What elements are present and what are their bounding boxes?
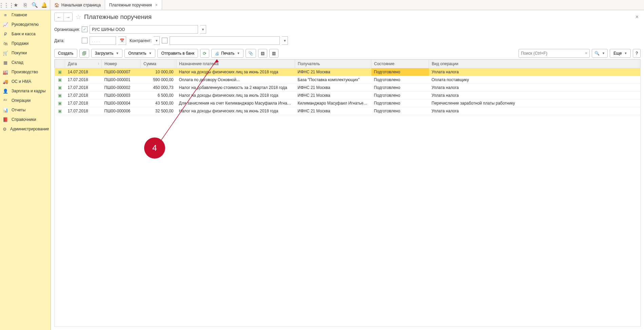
apps-icon[interactable]: ⋮⋮⋮ — [1, 0, 11, 10]
date-checkbox[interactable] — [82, 38, 87, 43]
sidebar-item-10[interactable]: 📊Отчеты — [0, 105, 51, 115]
load-button[interactable]: Загрузить▼ — [91, 49, 123, 58]
link-icon[interactable]: ⎘ — [20, 0, 30, 10]
nav-icon: ≡ — [3, 13, 8, 18]
table-row[interactable]: ▣17.07.2018ПШ00-00000443 500,00Для зачис… — [55, 99, 640, 107]
col-recipient[interactable]: Получатель — [295, 60, 371, 68]
document-icon: ▣ — [58, 93, 62, 98]
cell-state: Подготовлено — [371, 92, 429, 99]
sidebar-item-11[interactable]: 📕Справочники — [0, 115, 51, 124]
contr-field[interactable] — [170, 36, 280, 45]
search-menu-button[interactable]: 🔍▼ — [592, 49, 608, 58]
close-icon[interactable]: × — [155, 3, 158, 7]
related-icon: ▤ — [261, 51, 265, 56]
list-button[interactable]: ▥ — [269, 49, 278, 58]
page-title: Платежные поручения — [84, 13, 152, 21]
org-dropdown[interactable]: ▼ — [200, 25, 206, 34]
tab-home-label: Начальная страница — [61, 3, 101, 7]
bell-icon[interactable]: 🔔 — [39, 0, 49, 10]
org-checkbox[interactable]: ✓ — [82, 26, 87, 32]
cell-state: Подготовлено — [371, 68, 429, 76]
nav-icon: 🛒 — [3, 51, 8, 56]
cell-recipient: Килиманджаро Масуфаил Игнатьевич — [295, 99, 371, 107]
sidebar-item-7[interactable]: 🚚ОС и НМА — [0, 77, 51, 86]
col-sum[interactable]: Сумма — [141, 60, 176, 68]
help-button[interactable]: ? — [633, 49, 641, 58]
org-field[interactable]: РУС ШИНЫ ООО — [90, 25, 198, 34]
col-state[interactable]: Состояние — [371, 60, 429, 68]
nav-icon: 📕 — [3, 117, 8, 122]
sidebar-item-12[interactable]: ⚙Администрирование — [0, 124, 51, 134]
table-row[interactable]: ▣14.07.2018ПШ00-00000710 000,00Налог на … — [55, 68, 640, 76]
search-icon[interactable]: 🔍 — [30, 0, 39, 10]
date-label: Дата: — [54, 38, 80, 43]
col-purpose[interactable]: Назначение платежа — [176, 60, 295, 68]
table-row[interactable]: ▣17.07.2018ПШ00-00000632 500,00Налог на … — [55, 107, 640, 115]
sidebar-item-2[interactable]: ₽Банк и касса — [0, 29, 51, 39]
sidebar-item-3[interactable]: 🛍Продажи — [0, 39, 51, 48]
contr-label-dropdown[interactable]: ▼ — [154, 36, 160, 45]
cell-sum: 450 000,73 — [141, 84, 176, 92]
contr-checkbox[interactable] — [162, 38, 168, 43]
cell-number: ПШ00-000006 — [102, 107, 141, 115]
col-type[interactable]: Вид операции — [429, 60, 640, 68]
send-to-bank-button[interactable]: Отправить в банк — [157, 49, 198, 58]
sidebar-item-label: Зарплата и кадры — [12, 89, 45, 93]
refresh-button[interactable]: ⟳ — [200, 49, 209, 58]
search-box[interactable]: × — [519, 49, 590, 58]
related-button[interactable]: ▤ — [258, 49, 267, 58]
sidebar-item-label: Банк и касса — [12, 32, 36, 36]
cell-recipient: ИФНС 21 Москва — [295, 84, 371, 92]
main-content: ← → ☆ Платежные поручения × Организация:… — [51, 10, 644, 330]
sidebar-item-label: Производство — [12, 70, 38, 74]
table-row[interactable]: ▣17.07.2018ПШ00-0000036 500,00Налог на д… — [55, 92, 640, 99]
star-icon[interactable]: ★ — [11, 0, 20, 10]
sidebar-item-1[interactable]: 📈Руководителю — [0, 20, 51, 29]
cell-recipient: ИФНС 21 Москва — [295, 92, 371, 99]
sidebar-item-label: Администрирование — [10, 127, 49, 131]
sidebar-item-4[interactable]: 🛒Покупки — [0, 48, 51, 58]
filter-panel: Организация: ✓ РУС ШИНЫ ООО ▼ Дата: . . … — [51, 24, 644, 48]
table-row[interactable]: ▣17.07.2018ПШ00-000002450 000,73Налог на… — [55, 84, 640, 92]
cell-type: Уплата налога — [429, 92, 640, 99]
sidebar-item-6[interactable]: 🏭Производство — [0, 67, 51, 77]
cell-purpose: Для зачисления на счет Килиманджаро Масу… — [176, 99, 295, 107]
sidebar-item-5[interactable]: ▦Склад — [0, 58, 51, 67]
pay-button[interactable]: Оплатить▼ — [124, 49, 155, 58]
clear-search-icon[interactable]: × — [585, 51, 587, 56]
cell-state: Подготовлено — [371, 107, 429, 115]
nav-icon: ₽ — [3, 32, 8, 37]
forward-button[interactable]: → — [63, 13, 72, 21]
col-icon[interactable] — [55, 60, 65, 68]
nav-icon: 🚚 — [3, 79, 8, 84]
favorite-icon[interactable]: ☆ — [75, 13, 81, 21]
document-icon: ▣ — [58, 109, 62, 113]
sidebar-item-0[interactable]: ≡Главное — [0, 10, 51, 20]
calendar-icon[interactable]: 📅 — [118, 36, 126, 45]
sidebar-item-label: ОС и НМА — [12, 79, 31, 84]
nav-icon: ᴬᵏ — [3, 98, 8, 103]
col-number[interactable]: Номер — [102, 60, 141, 68]
table-row[interactable]: ▣17.07.2018ПШ00-000001590 000,00Оплата п… — [55, 76, 640, 84]
sidebar-item-label: Руководителю — [12, 22, 39, 27]
date-field[interactable]: . . . . — [90, 36, 116, 45]
print-button[interactable]: 🖨Печать▼ — [211, 49, 243, 58]
search-input[interactable] — [521, 51, 585, 56]
copy-button[interactable]: 🗐 — [79, 49, 89, 58]
sidebar-item-8[interactable]: 👤Зарплата и кадры — [0, 86, 51, 96]
more-button[interactable]: Еще▼ — [610, 49, 631, 58]
cell-date: 17.07.2018 — [65, 107, 102, 115]
sidebar-item-9[interactable]: ᴬᵏОперации — [0, 96, 51, 105]
document-icon: ▣ — [58, 85, 62, 90]
tab-home[interactable]: 🏠 Начальная страница — [50, 0, 105, 10]
close-page-icon[interactable]: × — [636, 14, 641, 20]
nav-icon: 🏭 — [3, 70, 8, 75]
attach-button[interactable]: 📎 — [246, 49, 256, 58]
contr-dropdown[interactable]: ▼ — [282, 36, 288, 45]
col-date[interactable]: Дата↓ — [65, 60, 102, 68]
create-button[interactable]: Создать — [54, 49, 77, 58]
back-button[interactable]: ← — [55, 13, 63, 21]
tab-payments-label: Платежные поручения — [109, 3, 152, 7]
tab-payments[interactable]: Платежные поручения × — [105, 0, 162, 10]
cell-number: ПШ00-000004 — [102, 99, 141, 107]
